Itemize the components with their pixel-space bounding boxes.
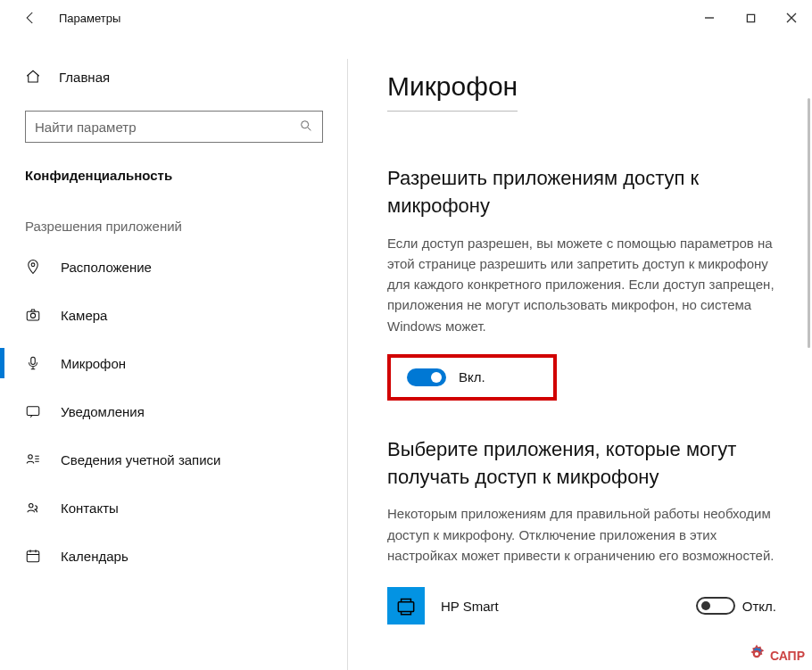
sidebar-item-label: Уведомления xyxy=(61,404,145,419)
section-allow-apps-title: Разрешить приложениям доступ к микрофону xyxy=(387,165,776,220)
app-row-hp-smart: HP Smart Откл. xyxy=(387,587,776,625)
location-icon xyxy=(25,259,45,275)
app-name: HP Smart xyxy=(441,599,696,614)
window-title: Параметры xyxy=(59,12,120,25)
sidebar-item-label: Камера xyxy=(61,308,107,323)
hp-smart-toggle[interactable] xyxy=(696,597,735,615)
watermark: САПР xyxy=(747,644,805,666)
allow-apps-toggle[interactable] xyxy=(407,368,446,386)
svg-rect-9 xyxy=(27,551,39,562)
svg-rect-10 xyxy=(398,602,413,612)
svg-rect-6 xyxy=(27,407,39,416)
search-icon xyxy=(299,119,313,136)
sidebar-home[interactable]: Главная xyxy=(0,61,348,93)
allow-apps-toggle-label: Вкл. xyxy=(459,369,485,385)
microphone-icon xyxy=(25,355,45,371)
svg-point-4 xyxy=(30,313,35,318)
account-info-icon xyxy=(25,451,45,467)
svg-rect-0 xyxy=(747,14,754,21)
hp-smart-toggle-label: Откл. xyxy=(742,599,776,614)
section-choose-apps-text: Некоторым приложениям для правильной раб… xyxy=(387,503,776,566)
calendar-icon xyxy=(25,548,45,564)
close-button[interactable] xyxy=(771,0,812,36)
sidebar-group-label: Разрешения приложений xyxy=(0,183,348,234)
minimize-button[interactable] xyxy=(689,0,730,36)
highlight-box: Вкл. xyxy=(387,354,557,401)
sidebar-home-label: Главная xyxy=(59,70,110,85)
section-choose-apps-title: Выберите приложения, которые могут получ… xyxy=(387,436,776,492)
svg-point-11 xyxy=(754,651,759,657)
hp-smart-icon xyxy=(387,587,425,625)
section-allow-apps-text: Если доступ разрешен, вы можете с помощь… xyxy=(387,233,776,336)
svg-point-2 xyxy=(31,263,35,267)
watermark-text: САПР xyxy=(770,649,805,663)
sidebar-item-location[interactable]: Расположение xyxy=(0,243,348,291)
sidebar-item-calendar[interactable]: Календарь xyxy=(0,532,348,580)
home-icon xyxy=(25,69,45,85)
window-controls xyxy=(689,0,812,36)
scrollbar[interactable] xyxy=(808,98,810,348)
page-title: Микрофон xyxy=(387,71,518,112)
back-button[interactable] xyxy=(18,5,43,30)
sidebar-item-microphone[interactable]: Микрофон xyxy=(0,339,348,387)
sidebar-item-label: Контакты xyxy=(61,500,119,516)
sidebar-item-label: Микрофон xyxy=(61,356,126,371)
sidebar-item-label: Сведения учетной записи xyxy=(61,452,221,467)
svg-point-8 xyxy=(29,504,34,509)
sidebar-item-camera[interactable]: Камера xyxy=(0,291,348,339)
svg-point-7 xyxy=(29,455,33,459)
sidebar-item-notifications[interactable]: Уведомления xyxy=(0,387,348,435)
search-placeholder: Найти параметр xyxy=(35,120,299,135)
maximize-button[interactable] xyxy=(730,0,771,36)
content-pane: Микрофон Разрешить приложениям доступ к … xyxy=(348,36,812,670)
contacts-icon xyxy=(25,500,45,516)
sidebar-section-header: Конфиденциальность xyxy=(0,143,348,183)
sidebar-item-contacts[interactable]: Контакты xyxy=(0,484,348,532)
svg-point-1 xyxy=(302,120,309,128)
toggle-knob xyxy=(431,372,442,383)
camera-icon xyxy=(25,307,45,323)
sidebar-item-label: Календарь xyxy=(61,549,128,564)
search-input[interactable]: Найти параметр xyxy=(25,111,323,143)
sidebar: Главная Найти параметр Конфиденциальност… xyxy=(0,36,348,670)
gear-icon xyxy=(747,644,766,666)
sidebar-item-label: Расположение xyxy=(61,260,152,275)
toggle-knob xyxy=(701,601,710,610)
titlebar: Параметры xyxy=(0,0,812,36)
svg-rect-5 xyxy=(31,357,36,364)
notifications-icon xyxy=(25,403,45,419)
sidebar-item-account-info[interactable]: Сведения учетной записи xyxy=(0,435,348,484)
